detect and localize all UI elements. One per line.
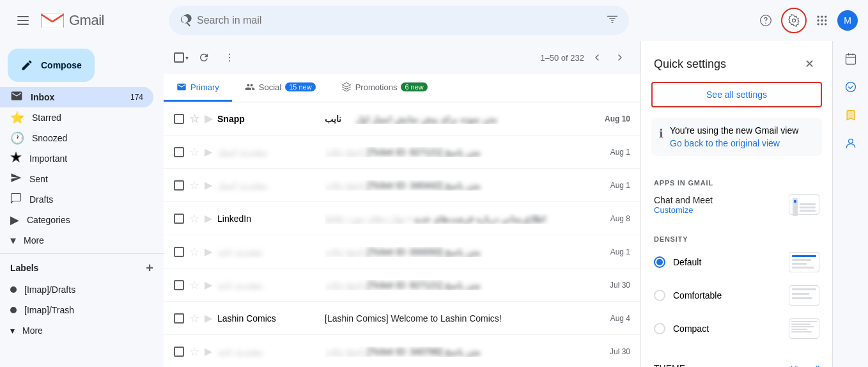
row-checkbox[interactable] bbox=[174, 180, 184, 191]
inbox-icon bbox=[10, 90, 23, 105]
email-date: Jul 30 bbox=[610, 347, 630, 356]
star-button[interactable]: ☆ bbox=[189, 178, 199, 192]
svg-point-21 bbox=[818, 23, 819, 25]
sidebar-label-more[interactable]: ▾ More bbox=[0, 320, 153, 341]
email-subject: پاسخ تیکت [Ticket ID: 000050] متن پاسخ bbox=[325, 247, 605, 257]
theme-view-all-link[interactable]: View all bbox=[791, 364, 819, 368]
row-checkbox[interactable] bbox=[174, 114, 184, 124]
star-button[interactable]: ☆ bbox=[189, 345, 199, 359]
important-button[interactable]: ▶ bbox=[205, 246, 212, 258]
row-checkbox[interactable] bbox=[174, 313, 184, 324]
important-button[interactable]: ▶ bbox=[205, 179, 212, 191]
svg-rect-1 bbox=[17, 20, 29, 21]
next-page-button[interactable] bbox=[610, 47, 630, 68]
sidebar-item-snoozed[interactable]: 🕐 Snoozed bbox=[0, 128, 153, 148]
sidebar-item-starred[interactable]: ⭐ Starred bbox=[0, 107, 153, 128]
row-checkbox[interactable] bbox=[174, 214, 184, 224]
settings-button[interactable] bbox=[781, 8, 807, 33]
refresh-button[interactable] bbox=[194, 47, 214, 68]
density-comfortable[interactable]: Comfortable bbox=[641, 279, 832, 312]
important-button[interactable]: ▶ bbox=[205, 345, 212, 357]
sidebar-label-imap-trash[interactable]: [Imap]/Trash bbox=[0, 300, 153, 320]
table-row[interactable]: ☆ ▶ مشتری ایمیل پاسخ تیکت [Ticket ID: 34… bbox=[164, 169, 640, 202]
important-button[interactable]: ▶ bbox=[205, 212, 212, 224]
apps-button[interactable] bbox=[809, 8, 835, 33]
go-back-link[interactable]: Go back to the original view bbox=[670, 138, 798, 148]
important-button[interactable]: ▶ bbox=[205, 312, 212, 324]
calendar-icon[interactable] bbox=[838, 46, 864, 72]
email-list: ☆ ▶ Snapp نایب متن نمونه برای پیش نمایش … bbox=[164, 102, 640, 367]
table-row[interactable]: ☆ ▶ مشتری نامه پاسخ تیکت [Ticket ID: 827… bbox=[164, 269, 640, 302]
important-button[interactable]: ▶ bbox=[205, 146, 212, 158]
select-chevron[interactable]: ▾ bbox=[185, 54, 189, 61]
search-input[interactable] bbox=[197, 15, 601, 26]
help-button[interactable] bbox=[753, 8, 779, 33]
row-checkbox[interactable] bbox=[174, 247, 184, 257]
email-list-toolbar: ▾ 1–50 of 232 bbox=[164, 41, 640, 74]
email-sender: مشتری نامه bbox=[217, 347, 320, 357]
select-all-checkbox[interactable] bbox=[174, 52, 184, 63]
compose-button[interactable]: Compose bbox=[8, 49, 95, 82]
tab-promotions-label: Promotions bbox=[355, 82, 398, 92]
avatar[interactable]: M bbox=[837, 10, 858, 31]
svg-point-14 bbox=[793, 19, 796, 22]
star-button[interactable]: ☆ bbox=[189, 278, 199, 292]
svg-point-23 bbox=[825, 23, 826, 25]
sidebar-item-label: More bbox=[24, 235, 44, 246]
sidebar-item-drafts[interactable]: Drafts bbox=[0, 189, 153, 210]
contacts-icon[interactable] bbox=[838, 130, 864, 156]
star-button[interactable]: ☆ bbox=[189, 212, 199, 226]
table-row[interactable]: ☆ ▶ مشتری ایمیل پاسخ تیکت [Ticket ID: 82… bbox=[164, 136, 640, 169]
menu-icon[interactable] bbox=[10, 8, 36, 33]
important-button[interactable]: ▶ bbox=[205, 113, 212, 125]
more-options-button[interactable] bbox=[219, 47, 240, 68]
table-row[interactable]: ☆ ▶ مشتری نامه پاسخ تیکت [Ticket ID: 340… bbox=[164, 335, 640, 367]
theme-row: THEME View all bbox=[641, 355, 832, 367]
add-label-button[interactable]: + bbox=[146, 261, 153, 276]
svg-point-16 bbox=[821, 15, 823, 17]
tab-social[interactable]: Social 15 new bbox=[232, 74, 329, 102]
density-compact[interactable]: Compact bbox=[641, 312, 832, 345]
tab-primary-label: Primary bbox=[190, 82, 219, 92]
sidebar-item-inbox[interactable]: Inbox 174 bbox=[0, 87, 153, 107]
customize-link[interactable]: Customize bbox=[654, 205, 713, 215]
star-button[interactable]: ☆ bbox=[189, 145, 199, 159]
keep-icon[interactable] bbox=[838, 102, 864, 128]
tab-promotions[interactable]: Promotions 6 new bbox=[329, 74, 440, 102]
important-button[interactable]: ▶ bbox=[205, 279, 212, 291]
tab-primary[interactable]: Primary bbox=[164, 74, 232, 102]
see-all-settings-button[interactable]: See all settings bbox=[651, 82, 822, 107]
star-button[interactable]: ☆ bbox=[189, 112, 199, 126]
sidebar-item-label: Important bbox=[29, 153, 67, 164]
close-button[interactable]: ✕ bbox=[799, 54, 819, 74]
tasks-icon[interactable] bbox=[838, 74, 864, 100]
sidebar-item-categories[interactable]: ▶ Categories bbox=[0, 210, 153, 230]
table-row[interactable]: ☆ ▶ مشتری نامه پاسخ تیکت [Ticket ID: 000… bbox=[164, 235, 640, 269]
star-button[interactable]: ☆ bbox=[189, 311, 199, 325]
select-all-container[interactable]: ▾ bbox=[174, 52, 189, 63]
inbox-tab-icon bbox=[176, 82, 187, 92]
star-button[interactable]: ☆ bbox=[189, 245, 199, 259]
filter-icon[interactable] bbox=[606, 14, 619, 27]
sidebar-item-sent[interactable]: Sent bbox=[0, 169, 153, 189]
tabs-bar: Primary Social 15 new Promotions 6 new bbox=[164, 74, 640, 102]
density-radio-comfortable bbox=[654, 290, 665, 301]
prev-page-button[interactable] bbox=[587, 47, 607, 68]
email-sender: مشتری ایمیل bbox=[217, 147, 320, 157]
table-row[interactable]: ☆ ▶ Lashin Comics [Lashin Comics] Welcom… bbox=[164, 302, 640, 335]
apps-label: Chat and Meet bbox=[654, 195, 713, 205]
table-row[interactable]: ☆ ▶ LinkedIn مهارت‌های مورد تقاضا - اطلا… bbox=[164, 202, 640, 235]
density-default[interactable]: Default bbox=[641, 246, 832, 279]
sidebar-item-more[interactable]: ▾ More bbox=[0, 230, 153, 251]
row-checkbox[interactable] bbox=[174, 147, 184, 157]
apps-info: Chat and Meet Customize bbox=[654, 195, 713, 215]
table-row[interactable]: ☆ ▶ Snapp نایب متن نمونه برای پیش نمایش … bbox=[164, 102, 640, 136]
sidebar-item-important[interactable]: Important bbox=[0, 148, 153, 169]
search-bar[interactable] bbox=[169, 6, 629, 35]
sidebar-item-label: Sent bbox=[29, 174, 48, 184]
row-checkbox[interactable] bbox=[174, 280, 184, 290]
social-badge: 15 new bbox=[285, 82, 315, 91]
sidebar-label-imap-drafts[interactable]: [Imap]/Drafts bbox=[0, 279, 153, 300]
email-subject: پاسخ تیکت [Ticket ID: 827121] متن پاسخ bbox=[325, 280, 605, 290]
row-checkbox[interactable] bbox=[174, 347, 184, 357]
